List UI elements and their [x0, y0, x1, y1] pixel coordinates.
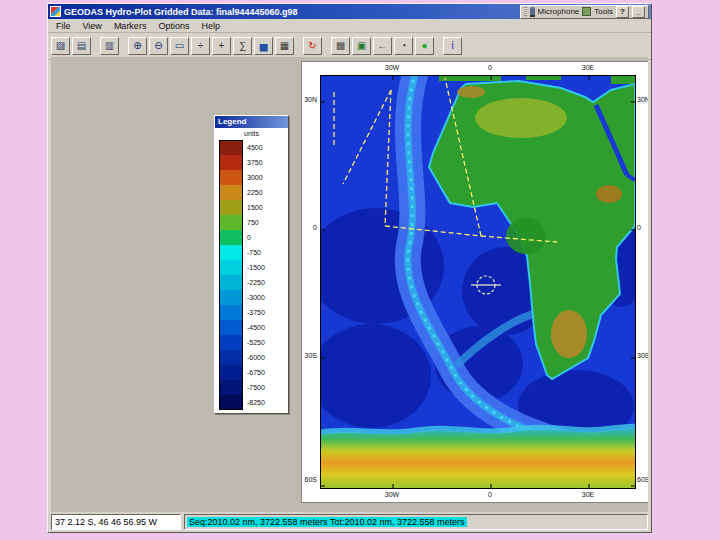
legend-value: 3750: [243, 155, 263, 170]
profile-button[interactable]: ▅: [254, 37, 273, 55]
legend-swatch: [219, 380, 243, 395]
legend-value: -6750: [243, 365, 265, 380]
distance-readout: Seq:2010.02 nm, 3722.558 meters Tot:2010…: [184, 514, 648, 530]
save-button[interactable]: ▤: [72, 37, 91, 55]
legend-swatch: [219, 230, 243, 245]
legend-value: 4500: [243, 140, 263, 155]
legend-entry: -8250: [219, 395, 286, 410]
print-button[interactable]: ▩: [331, 37, 350, 55]
legend-entry: -3750: [219, 305, 286, 320]
antarctic-band: [321, 428, 635, 488]
cursor-position-readout: 37 2.12 S, 46 46 56.95 W: [51, 514, 181, 530]
legend-entries: 450037503000225015007500-750-1500-2250-3…: [215, 139, 288, 413]
zoom-window-button[interactable]: ▭: [170, 37, 189, 55]
axis-label-bottom: 30E: [582, 491, 594, 498]
legend-swatch: [219, 170, 243, 185]
legend-value: -750: [243, 245, 261, 260]
axis-label-right: 30N: [637, 96, 648, 103]
go-button[interactable]: ●: [415, 37, 434, 55]
legend-value: -8250: [243, 395, 265, 410]
toolbar: ▨▤▥⊕⊖▭÷+∑▅▦↻▩▣←◔●i: [48, 33, 651, 60]
pan-button[interactable]: +: [212, 37, 231, 55]
axis-label-bottom: 30W: [385, 491, 399, 498]
grid-plot-button[interactable]: ▨: [51, 37, 70, 55]
sum-button[interactable]: ∑: [233, 37, 252, 55]
legend-swatch: [219, 140, 243, 155]
zoom-out-button[interactable]: ⊖: [149, 37, 168, 55]
menu-bar: File View Markers Options Help: [48, 19, 651, 33]
zoom-in-button[interactable]: ⊕: [128, 37, 147, 55]
legend-swatch: [219, 305, 243, 320]
legend-value: -3750: [243, 305, 265, 320]
legend-value: -1500: [243, 260, 265, 275]
legend-entry: -4500: [219, 320, 286, 335]
speech-language-bar: Microphone Tools ? _: [520, 5, 650, 19]
split-view-button[interactable]: ÷: [191, 37, 210, 55]
legend-entry: 3750: [219, 155, 286, 170]
legend-entry: 0: [219, 230, 286, 245]
legend-value: 2250: [243, 185, 263, 200]
tools-icon: [582, 7, 591, 16]
back-button[interactable]: ←: [373, 37, 392, 55]
axis-label-right: 0: [637, 224, 641, 231]
menu-options[interactable]: Options: [152, 21, 195, 31]
legend-swatch: [219, 185, 243, 200]
microphone-button[interactable]: Microphone: [538, 7, 580, 16]
axis-label-top: 0: [488, 64, 492, 71]
legend-value: -4500: [243, 320, 265, 335]
legend-swatch: [219, 290, 243, 305]
history-button[interactable]: ◔: [394, 37, 413, 55]
info-button[interactable]: i: [443, 37, 462, 55]
legend-swatch: [219, 155, 243, 170]
axis-label-left: 0: [302, 224, 317, 231]
legend-entry: -6000: [219, 350, 286, 365]
legend-value: 0: [243, 230, 251, 245]
drag-handle-icon[interactable]: [524, 7, 527, 16]
menu-help[interactable]: Help: [195, 21, 226, 31]
legend-title-bar[interactable]: Legend: [215, 116, 288, 128]
palette-button[interactable]: ▣: [352, 37, 371, 55]
legend-entry: 750: [219, 215, 286, 230]
menu-markers[interactable]: Markers: [108, 21, 153, 31]
legend-units-label: units: [215, 128, 288, 139]
bathymetry-map: [321, 76, 635, 488]
legend-entry: -2250: [219, 275, 286, 290]
export-button[interactable]: ▥: [100, 37, 119, 55]
speech-minimize-button[interactable]: _: [632, 6, 645, 18]
tools-button[interactable]: Tools: [594, 7, 613, 16]
legend-value: -3000: [243, 290, 265, 305]
speech-help-button[interactable]: ?: [616, 6, 629, 18]
axis-label-top: 30E: [582, 64, 594, 71]
legend-swatch: [219, 365, 243, 380]
legend-entry: -750: [219, 245, 286, 260]
grid-lines-button[interactable]: ▦: [275, 37, 294, 55]
distance-text: Seq:2010.02 nm, 3722.558 meters Tot:2010…: [187, 517, 467, 527]
redraw-button[interactable]: ↻: [303, 37, 322, 55]
microphone-icon: [530, 7, 535, 17]
map-page: 30W 0 30E 30W 0 30E 30N 0 30S 60S 30N 0 …: [301, 61, 648, 503]
legend-value: -2250: [243, 275, 265, 290]
legend-value: 3000: [243, 170, 263, 185]
legend-swatch: [219, 320, 243, 335]
legend-window: Legend units 450037503000225015007500-75…: [214, 115, 289, 414]
legend-entry: -5250: [219, 335, 286, 350]
legend-swatch: [219, 215, 243, 230]
legend-entry: 3000: [219, 170, 286, 185]
title-bar[interactable]: GEODAS Hydro-Plot Gridded Data: final944…: [48, 4, 651, 19]
legend-value: -7500: [243, 380, 265, 395]
menu-file[interactable]: File: [50, 21, 77, 31]
legend-swatch: [219, 245, 243, 260]
app-icon: [50, 6, 61, 17]
legend-swatch: [219, 260, 243, 275]
axis-label-left: 30S: [302, 352, 317, 359]
legend-swatch: [219, 395, 243, 410]
legend-entry: 4500: [219, 140, 286, 155]
legend-entry: -6750: [219, 365, 286, 380]
map-canvas[interactable]: [320, 75, 636, 489]
menu-view[interactable]: View: [77, 21, 108, 31]
legend-value: -5250: [243, 335, 265, 350]
app-window: GEODAS Hydro-Plot Gridded Data: final944…: [47, 3, 652, 533]
legend-swatch: [219, 350, 243, 365]
axis-label-right: 30S: [637, 352, 648, 359]
axis-label-left: 30N: [302, 96, 317, 103]
